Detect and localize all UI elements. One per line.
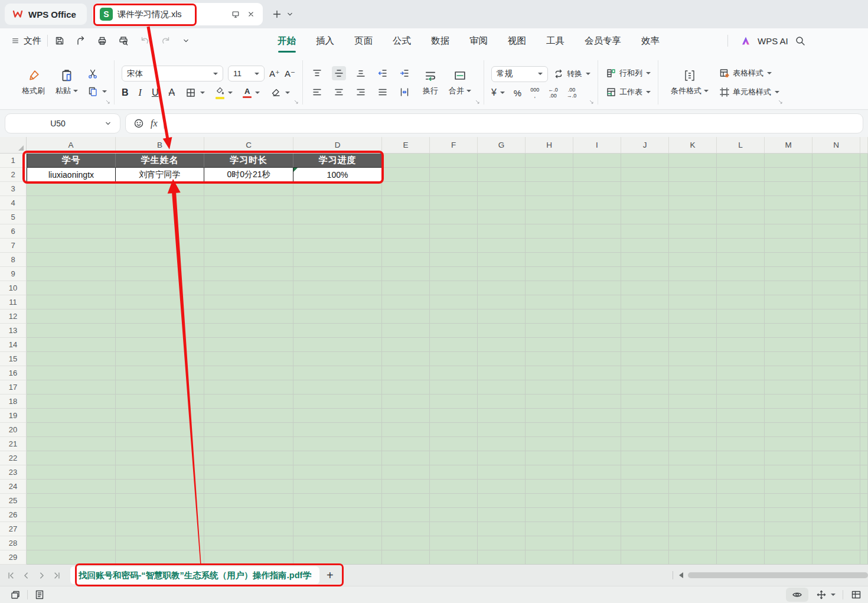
cell-N29[interactable] <box>812 550 860 565</box>
js-macro-icon[interactable] <box>9 589 21 601</box>
font-color-chevron[interactable] <box>255 92 260 94</box>
cell-G18[interactable] <box>478 395 526 409</box>
cell-G17[interactable] <box>478 380 526 395</box>
cell-partial[interactable] <box>860 281 868 295</box>
cell-D8[interactable] <box>293 253 382 267</box>
menu-tab-插入[interactable]: 插入 <box>316 35 334 47</box>
cell-I20[interactable] <box>573 423 621 437</box>
cell-L1[interactable] <box>717 154 765 168</box>
cell-G13[interactable] <box>478 324 526 338</box>
cell-partial[interactable] <box>860 352 868 366</box>
cell-H14[interactable] <box>526 338 573 352</box>
strikethrough-button[interactable]: A <box>168 88 175 97</box>
cell-M21[interactable] <box>765 437 812 451</box>
cell-F5[interactable] <box>430 210 478 224</box>
cell-A15[interactable] <box>27 352 116 366</box>
cell-D12[interactable] <box>293 309 382 324</box>
cell-L6[interactable] <box>717 224 765 239</box>
row-header-5[interactable]: 5 <box>0 210 27 224</box>
cell-L15[interactable] <box>717 352 765 366</box>
cell-K16[interactable] <box>669 366 717 380</box>
cell-E17[interactable] <box>382 380 430 395</box>
column-header-F[interactable]: F <box>430 137 478 153</box>
wrap-text-button[interactable]: 换行 <box>417 66 443 99</box>
row-header-27[interactable]: 27 <box>0 522 27 536</box>
cell-N1[interactable] <box>812 154 860 168</box>
decrease-decimal-button[interactable]: ←.0.00 <box>548 87 558 99</box>
cell-B7[interactable] <box>116 239 204 253</box>
cell-I13[interactable] <box>573 324 621 338</box>
cell-L11[interactable] <box>717 295 765 309</box>
cell-F26[interactable] <box>430 508 478 522</box>
redo-icon[interactable] <box>160 35 172 47</box>
cell-E5[interactable] <box>382 210 430 224</box>
cell-J6[interactable] <box>621 224 669 239</box>
cell-M14[interactable] <box>765 338 812 352</box>
cell-F4[interactable] <box>430 196 478 210</box>
insert-function-fx[interactable]: fx <box>151 118 158 129</box>
cell-F13[interactable] <box>430 324 478 338</box>
cell-D28[interactable] <box>293 536 382 550</box>
tab-list-chevron-icon[interactable] <box>285 9 295 19</box>
cell-B9[interactable] <box>116 267 204 281</box>
align-middle-button[interactable] <box>332 66 346 80</box>
cell-A11[interactable] <box>27 295 116 309</box>
cell-D18[interactable] <box>293 395 382 409</box>
cell-B13[interactable] <box>116 324 204 338</box>
cell-K21[interactable] <box>669 437 717 451</box>
cell-K13[interactable] <box>669 324 717 338</box>
cell-H23[interactable] <box>526 465 573 480</box>
cell-M8[interactable] <box>765 253 812 267</box>
cell-B11[interactable] <box>116 295 204 309</box>
table-value-D2[interactable]: 100% <box>293 168 382 182</box>
cell-I11[interactable] <box>573 295 621 309</box>
cell-M20[interactable] <box>765 423 812 437</box>
row-header-3[interactable]: 3 <box>0 182 27 196</box>
cell-L13[interactable] <box>717 324 765 338</box>
table-value-A2[interactable]: liuxiaoningtx <box>27 168 116 182</box>
cell-N7[interactable] <box>812 239 860 253</box>
conditional-format-button[interactable]: 条件格式 <box>665 66 714 99</box>
cell-E3[interactable] <box>382 182 430 196</box>
cell-H1[interactable] <box>526 154 573 168</box>
cell-partial[interactable] <box>860 451 868 465</box>
cell-partial[interactable] <box>860 182 868 196</box>
cell-L17[interactable] <box>717 380 765 395</box>
cell-C26[interactable] <box>204 508 293 522</box>
cell-E28[interactable] <box>382 536 430 550</box>
cell-D20[interactable] <box>293 423 382 437</box>
cell-D23[interactable] <box>293 465 382 480</box>
cell-C5[interactable] <box>204 210 293 224</box>
cell-N21[interactable] <box>812 437 860 451</box>
cell-A27[interactable] <box>27 522 116 536</box>
cell-partial[interactable] <box>860 508 868 522</box>
clear-format-icon[interactable] <box>270 87 282 99</box>
cell-F24[interactable] <box>430 480 478 494</box>
cell-C15[interactable] <box>204 352 293 366</box>
styles-group-expand-icon[interactable] <box>778 97 784 107</box>
column-header-A[interactable]: A <box>27 137 116 153</box>
cell-F9[interactable] <box>430 267 478 281</box>
cell-L23[interactable] <box>717 465 765 480</box>
cell-F2[interactable] <box>430 168 478 182</box>
cell-L19[interactable] <box>717 409 765 423</box>
cell-K14[interactable] <box>669 338 717 352</box>
cell-D10[interactable] <box>293 281 382 295</box>
cell-E22[interactable] <box>382 451 430 465</box>
cell-E8[interactable] <box>382 253 430 267</box>
cell-N8[interactable] <box>812 253 860 267</box>
cell-F29[interactable] <box>430 550 478 565</box>
cell-B25[interactable] <box>116 494 204 508</box>
cell-partial[interactable] <box>860 239 868 253</box>
cell-H24[interactable] <box>526 480 573 494</box>
cell-A12[interactable] <box>27 309 116 324</box>
column-header-I[interactable]: I <box>573 137 621 153</box>
cell-C16[interactable] <box>204 366 293 380</box>
column-header-D[interactable]: D <box>293 137 382 153</box>
cell-F20[interactable] <box>430 423 478 437</box>
decrease-font-button[interactable]: A⁻ <box>285 69 295 79</box>
row-header-16[interactable]: 16 <box>0 366 27 380</box>
wps-ai-label[interactable]: WPS AI <box>758 36 788 46</box>
cell-partial[interactable] <box>860 437 868 451</box>
cell-B21[interactable] <box>116 437 204 451</box>
